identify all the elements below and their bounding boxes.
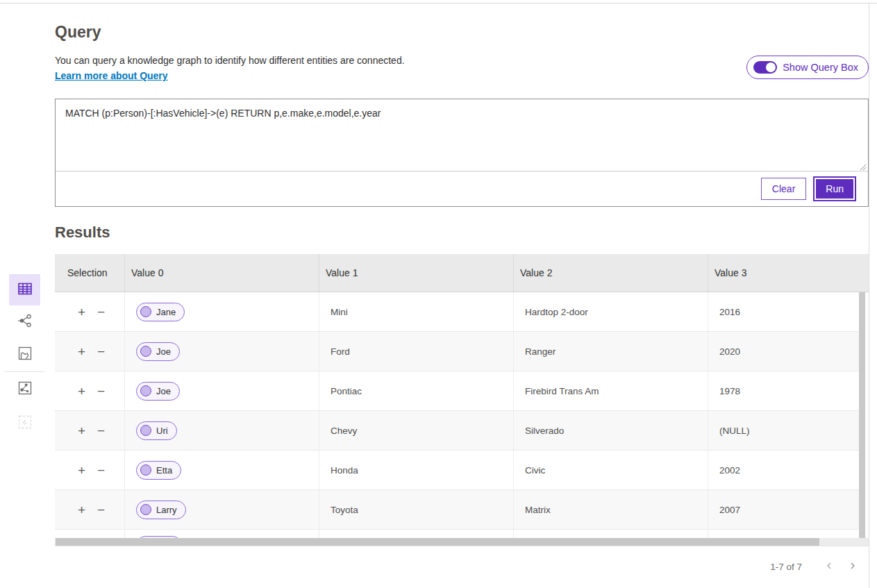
value2-cell: Silverado (513, 411, 708, 450)
learn-more-link[interactable]: Learn more about Query (55, 70, 168, 81)
value0-cell: Etta (124, 451, 319, 489)
table-row: + − Joe Ford Ranger 2020 (55, 332, 869, 371)
sidebar-item-map-view[interactable] (9, 339, 40, 370)
value0-cell: Joe (124, 371, 319, 410)
remove-from-selection-button[interactable]: − (97, 503, 105, 516)
top-border (0, 3, 877, 3)
entity-pill[interactable]: Joe (136, 382, 180, 401)
table-row: + − Joe Pontiac Firebird Trans Am 1978 (55, 371, 869, 411)
pagination-next-button[interactable] (841, 555, 865, 578)
page-title: Query (55, 23, 101, 42)
entity-label: Etta (156, 465, 172, 476)
table-row-partial (55, 530, 869, 538)
sidebar-item-link-chart-map-view[interactable] (9, 373, 40, 405)
entity-pill[interactable]: Larry (136, 501, 186, 519)
selection-cell: + − (55, 490, 124, 529)
add-to-selection-button[interactable]: + (78, 345, 85, 358)
sidebar-item-new-view-disabled (9, 408, 40, 439)
add-to-selection-button[interactable]: + (78, 464, 85, 477)
clear-button[interactable]: Clear (761, 178, 806, 200)
sidebar-item-link-chart-view[interactable] (9, 306, 40, 337)
chevron-left-icon (824, 561, 834, 573)
remove-from-selection-button[interactable]: − (97, 424, 105, 437)
entity-label: Jane (156, 307, 176, 317)
column-header-value1: Value 1 (319, 254, 513, 292)
table-row: + − Etta Honda Civic 2002 (55, 451, 869, 490)
query-footer: Clear Run (56, 171, 868, 206)
selection-cell: + − (55, 332, 124, 371)
entity-pill[interactable]: Etta (136, 461, 181, 480)
column-header-selection: Selection (55, 254, 124, 292)
value3-cell: 1978 (708, 371, 869, 410)
value3-cell: 2007 (708, 490, 869, 529)
entity-label: Joe (156, 346, 171, 357)
sidebar-item-table-view[interactable] (9, 274, 40, 305)
value0-cell: Larry (124, 490, 319, 529)
run-button[interactable]: Run (816, 179, 853, 199)
value2-cell: Ranger (513, 332, 708, 371)
selection-cell: + − (55, 411, 124, 450)
column-header-value3: Value 3 (708, 254, 869, 292)
query-box: MATCH (p:Person)-[:HasVehicle]->(e) RETU… (55, 99, 869, 207)
value0-cell: Uri (124, 411, 319, 450)
query-input[interactable]: MATCH (p:Person)-[:HasVehicle]->(e) RETU… (56, 99, 868, 171)
horizontal-scrollbar[interactable] (56, 538, 819, 546)
entity-dot (140, 306, 151, 317)
toggle-label: Show Query Box (783, 62, 858, 73)
value1-cell: Honda (319, 451, 513, 489)
table-row: + − Jane Mini Hardtop 2-door 2016 (55, 292, 869, 332)
table-header: Selection Value 0 Value 1 Value 2 Value … (55, 254, 869, 292)
add-to-selection-button[interactable]: + (78, 503, 85, 516)
value1-cell: Toyota (319, 490, 513, 529)
value2-cell: Hardtop 2-door (513, 292, 708, 331)
entity-label: Uri (156, 426, 168, 436)
table-row: + − Larry Toyota Matrix 2007 (55, 490, 869, 530)
toggle-knob (766, 62, 776, 72)
value1-cell: Mini (319, 292, 513, 331)
horizontal-scrollbar-track[interactable] (55, 538, 869, 546)
table-footer: 1-7 of 7 (55, 546, 869, 587)
entity-dot (140, 425, 151, 436)
add-to-selection-button[interactable]: + (78, 305, 85, 319)
remove-from-selection-button[interactable]: − (97, 345, 105, 358)
column-header-value0: Value 0 (124, 254, 319, 292)
sidebar-divider (4, 371, 44, 372)
value0-cell: Joe (124, 332, 319, 371)
selection-cell: + − (55, 292, 124, 331)
value3-cell: 2020 (708, 332, 869, 371)
entity-pill[interactable]: Jane (136, 303, 185, 321)
add-to-selection-button[interactable]: + (78, 424, 85, 437)
column-header-value2: Value 2 (513, 254, 708, 292)
entity-dot (140, 346, 151, 357)
value1-cell: Ford (319, 332, 513, 371)
link-chart-map-view-icon (17, 380, 33, 399)
entity-dot (140, 385, 151, 396)
map-view-icon (17, 345, 33, 364)
table-body: + − Jane Mini Hardtop 2-door 2016 + − Jo… (55, 292, 869, 530)
value0-cell: Jane (124, 292, 319, 331)
chevron-right-icon (848, 561, 858, 573)
add-to-selection-button[interactable]: + (78, 385, 85, 398)
pagination-prev-button[interactable] (817, 555, 841, 578)
remove-from-selection-button[interactable]: − (97, 385, 105, 398)
show-query-box-toggle[interactable]: Show Query Box (746, 56, 869, 79)
entity-label: Larry (156, 505, 177, 515)
results-title: Results (55, 224, 110, 242)
resize-grip-icon[interactable] (858, 161, 867, 169)
entity-pill[interactable]: Joe (136, 342, 180, 361)
query-description: You can query a knowledge graph to ident… (55, 55, 405, 66)
new-view-disabled-icon (17, 414, 33, 433)
entity-pill[interactable]: Uri (136, 421, 177, 440)
value1-cell: Chevy (319, 411, 513, 450)
entity-label: Joe (156, 386, 171, 396)
right-border (869, 3, 869, 588)
results-table: Selection Value 0 Value 1 Value 2 Value … (55, 254, 869, 587)
remove-from-selection-button[interactable]: − (97, 305, 105, 319)
vertical-scrollbar[interactable] (859, 292, 865, 538)
toggle-switch[interactable] (753, 61, 777, 74)
value3-cell: 2002 (708, 451, 869, 489)
selection-cell: + − (55, 451, 124, 489)
value2-cell: Matrix (513, 490, 708, 529)
remove-from-selection-button[interactable]: − (97, 464, 105, 477)
table-view-icon (17, 280, 33, 300)
